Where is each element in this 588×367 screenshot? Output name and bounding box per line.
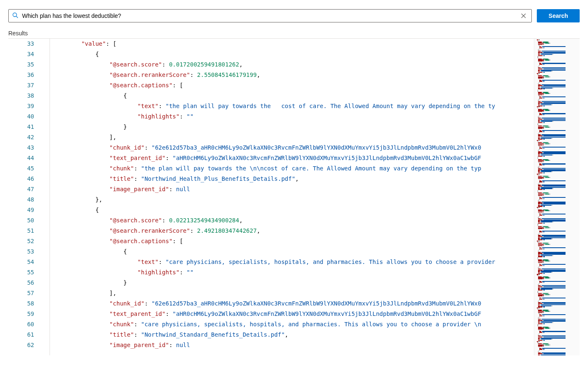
code-content[interactable]: "value": [ { "@search.score": 0.01720025…: [50, 39, 530, 355]
line-number: 40: [8, 111, 34, 122]
line-number: 44: [8, 153, 34, 163]
code-line: "image_parent_id": null: [53, 340, 530, 350]
line-number: 33: [8, 39, 34, 49]
code-line: ],: [53, 288, 530, 298]
line-number: 50: [8, 215, 34, 226]
fold-column: [42, 39, 50, 355]
line-number: 36: [8, 70, 34, 80]
code-line: ],: [53, 132, 530, 143]
search-input[interactable]: [19, 12, 519, 19]
code-line: "image_parent_id": null: [53, 184, 530, 195]
line-number: 60: [8, 319, 34, 330]
line-number: 53: [8, 246, 34, 257]
search-button[interactable]: Search: [537, 9, 580, 22]
line-number: 49: [8, 205, 34, 215]
search-icon: [12, 12, 19, 20]
code-line: "text_parent_id": "aHR0cHM6Ly9oZWlkaXN0c…: [53, 309, 530, 319]
search-box[interactable]: [8, 9, 532, 22]
code-line: "title": "Northwind_Standard_Benefits_De…: [53, 330, 530, 340]
line-number: 59: [8, 309, 34, 319]
code-line: "title": "Northwind_Health_Plus_Benefits…: [53, 174, 530, 184]
line-number: 46: [8, 174, 34, 184]
code-line: {: [53, 49, 530, 59]
line-number: 62: [8, 340, 34, 350]
code-line: },: [53, 195, 530, 205]
code-line: "chunk_id": "62e612d57ba3_aHR0cHM6Ly9oZW…: [53, 298, 530, 309]
line-number: 48: [8, 195, 34, 205]
code-line: "@search.rerankerScore": 2.5508451461791…: [53, 70, 530, 80]
code-line: "text": "care physicians, specialists, h…: [53, 257, 530, 267]
line-number: 42: [8, 132, 34, 143]
line-number: 51: [8, 226, 34, 236]
code-line: "@search.captions": [: [53, 236, 530, 246]
svg-point-0: [13, 13, 17, 17]
code-line: {: [53, 205, 530, 215]
clear-icon[interactable]: [519, 11, 528, 20]
svg-line-1: [16, 16, 18, 18]
search-bar: Search: [0, 0, 588, 27]
code-line: "highlights": "": [53, 267, 530, 278]
results-heading: Results: [0, 27, 588, 38]
line-number: 55: [8, 267, 34, 278]
code-line: "@search.captions": [: [53, 80, 530, 91]
code-line: }: [53, 278, 530, 288]
line-number: 61: [8, 330, 34, 340]
results-editor: 3334353637383940414243444546474849505152…: [8, 38, 580, 355]
minimap[interactable]: [534, 39, 580, 355]
line-number: 37: [8, 80, 34, 91]
code-line: "highlights": "": [53, 111, 530, 122]
code-line: "text": "the plan will pay towards the c…: [53, 101, 530, 111]
line-number: 39: [8, 101, 34, 111]
line-number: 34: [8, 49, 34, 59]
code-line: "chunk": "care physicians, specialists, …: [53, 319, 530, 330]
code-line: "chunk": "the plan will pay towards the …: [53, 163, 530, 174]
line-number: 58: [8, 298, 34, 309]
line-number: 43: [8, 143, 34, 153]
line-number: 45: [8, 163, 34, 174]
code-line: "chunk_id": "62e612d57ba3_aHR0cHM6Ly9oZW…: [53, 143, 530, 153]
line-number: 54: [8, 257, 34, 267]
code-line: "@search.score": 0.022132549434900284,: [53, 215, 530, 226]
line-gutter: 3334353637383940414243444546474849505152…: [8, 39, 42, 355]
line-number: 52: [8, 236, 34, 246]
code-line: "@search.score": 0.017200259491801262,: [53, 59, 530, 70]
code-line: {: [53, 246, 530, 257]
line-number: 35: [8, 59, 34, 70]
line-number: 38: [8, 91, 34, 101]
line-number: 47: [8, 184, 34, 195]
line-number: 57: [8, 288, 34, 298]
code-line: {: [53, 91, 530, 101]
code-line: }: [53, 122, 530, 132]
line-number: 41: [8, 122, 34, 132]
code-line: "text_parent_id": "aHR0cHM6Ly9oZWlkaXN0c…: [53, 153, 530, 163]
line-number: 56: [8, 278, 34, 288]
code-line: "value": [: [53, 39, 530, 49]
code-line: "@search.rerankerScore": 2.4921803474426…: [53, 226, 530, 236]
